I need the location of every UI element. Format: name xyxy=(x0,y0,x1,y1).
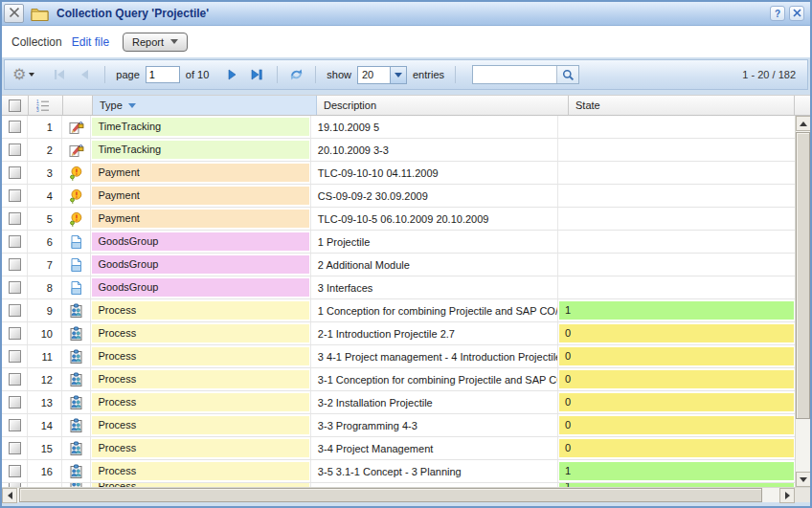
chevron-down-icon xyxy=(395,73,402,77)
row-select-cell xyxy=(2,345,28,367)
row-state-cell: 0 xyxy=(558,345,795,367)
goodsgroup-icon xyxy=(62,231,91,253)
table-row: 9Process1 Conception for combining Proje… xyxy=(2,299,795,322)
row-checkbox[interactable] xyxy=(9,483,21,487)
row-number: 8 xyxy=(28,276,62,298)
row-checkbox[interactable] xyxy=(9,465,21,477)
search-button[interactable] xyxy=(556,66,578,83)
select-all-checkbox[interactable] xyxy=(9,99,21,112)
row-type-cell: Payment xyxy=(91,185,310,207)
row-state-cell: 1 xyxy=(558,460,795,482)
help-button[interactable]: ? xyxy=(770,6,785,21)
row-type: Process xyxy=(92,301,308,320)
table-row: 4PaymentCS-09-09-2 30.09.2009 xyxy=(2,185,795,208)
select-dropdown-button[interactable] xyxy=(390,67,406,83)
previous-page-button[interactable] xyxy=(75,65,94,84)
process-icon xyxy=(62,437,91,459)
entries-per-page-select[interactable]: 20 xyxy=(357,66,407,84)
svg-text:3: 3 xyxy=(36,108,39,113)
menu-edit-file-link[interactable]: Edit file xyxy=(72,35,109,49)
window-close-button[interactable] xyxy=(789,6,804,21)
arrow-up-icon xyxy=(800,121,807,126)
header-scrollbar-filler xyxy=(795,96,810,115)
row-state: 1 xyxy=(559,462,794,480)
row-description: 3-5 3.1-1 Concept - 3 Planning xyxy=(311,460,558,482)
row-state-cell xyxy=(558,139,795,161)
chevron-down-icon xyxy=(170,39,178,44)
scroll-up-button[interactable] xyxy=(796,116,811,131)
row-description: 2-1 Introduction Projectile 2.7 xyxy=(311,322,558,344)
row-checkbox[interactable] xyxy=(9,373,21,386)
row-checkbox[interactable] xyxy=(9,419,21,431)
row-checkbox[interactable] xyxy=(9,442,21,454)
row-checkbox[interactable] xyxy=(9,121,21,133)
row-description: 3-2 Installation Projectile xyxy=(311,391,558,413)
window-bottom-edge xyxy=(2,502,810,508)
row-type: Process xyxy=(92,324,308,342)
vertical-scrollbar[interactable] xyxy=(795,116,810,487)
row-checkbox[interactable] xyxy=(9,258,21,271)
row-state: 0 xyxy=(559,393,794,411)
row-type-cell: Process xyxy=(91,368,310,390)
vertical-scrollbar-thumb[interactable] xyxy=(796,132,810,419)
table-row: 8GoodsGroup3 Interfaces xyxy=(2,276,795,299)
row-description: 1 Conception for combining Projectile an… xyxy=(311,299,558,321)
row-select-cell xyxy=(2,254,28,276)
refresh-button[interactable] xyxy=(288,67,304,82)
row-checkbox[interactable] xyxy=(9,281,21,294)
row-type: Payment xyxy=(92,164,308,182)
row-description: 3-1 Conception for combining Projectile … xyxy=(311,368,558,390)
scroll-right-button[interactable] xyxy=(779,488,795,503)
header-state[interactable]: State xyxy=(569,96,795,115)
row-checkbox[interactable] xyxy=(9,396,21,409)
table-row: 1TimeTracking19.10.2009 5 xyxy=(2,116,795,139)
horizontal-scrollbar-thumb[interactable] xyxy=(19,488,762,502)
report-dropdown-button[interactable]: Report xyxy=(123,33,188,52)
row-checkbox[interactable] xyxy=(9,166,21,179)
report-label: Report xyxy=(132,36,164,48)
page-input[interactable] xyxy=(146,66,180,83)
page-label: page xyxy=(116,69,139,80)
table-row: 14Process3-3 Programming 4-30 xyxy=(2,414,795,437)
search-input[interactable] xyxy=(473,66,556,83)
table-row: 15Process3-4 Project Management0 xyxy=(2,437,795,460)
row-checkbox[interactable] xyxy=(9,304,21,317)
row-description: 3 Interfaces xyxy=(311,276,558,298)
row-select-cell xyxy=(2,276,28,298)
scroll-down-button[interactable] xyxy=(796,472,811,487)
result-range-label: 1 - 20 / 182 xyxy=(742,69,796,80)
header-row-number[interactable]: 123 xyxy=(29,96,63,115)
row-number: 6 xyxy=(28,231,62,253)
scroll-left-button[interactable] xyxy=(2,488,17,503)
row-description: TLC-09-10-10 04.11.2009 xyxy=(311,162,558,184)
row-state: 0 xyxy=(559,370,794,388)
row-checkbox[interactable] xyxy=(9,144,21,156)
row-description: 20.10.2009 3-3 xyxy=(311,139,558,161)
row-checkbox[interactable] xyxy=(9,350,21,363)
header-description[interactable]: Description xyxy=(317,96,569,115)
arrow-down-icon xyxy=(800,477,807,482)
row-checkbox[interactable] xyxy=(9,189,21,202)
horizontal-scrollbar[interactable] xyxy=(2,487,810,502)
row-checkbox[interactable] xyxy=(9,212,21,225)
row-state-cell: 1 xyxy=(558,483,795,487)
row-checkbox[interactable] xyxy=(9,235,21,248)
payment-icon xyxy=(62,162,91,184)
row-type: Process xyxy=(92,483,308,487)
row-select-cell xyxy=(2,414,28,436)
next-page-button[interactable] xyxy=(222,65,241,84)
close-x-icon xyxy=(9,5,20,22)
first-page-button[interactable] xyxy=(50,65,69,84)
row-state-cell: 0 xyxy=(558,391,795,413)
row-number: 3 xyxy=(28,162,62,184)
row-state-cell: 0 xyxy=(558,414,795,436)
chevron-down-icon xyxy=(29,73,34,77)
settings-gear-button[interactable]: ⚙ xyxy=(12,67,34,82)
search-box xyxy=(472,65,579,84)
timetracking-icon xyxy=(62,139,91,161)
row-state-cell: 0 xyxy=(558,322,795,344)
row-checkbox[interactable] xyxy=(9,327,21,340)
header-type[interactable]: Type xyxy=(93,96,317,115)
window-close-left-button[interactable] xyxy=(4,4,24,23)
last-page-button[interactable] xyxy=(247,65,266,84)
